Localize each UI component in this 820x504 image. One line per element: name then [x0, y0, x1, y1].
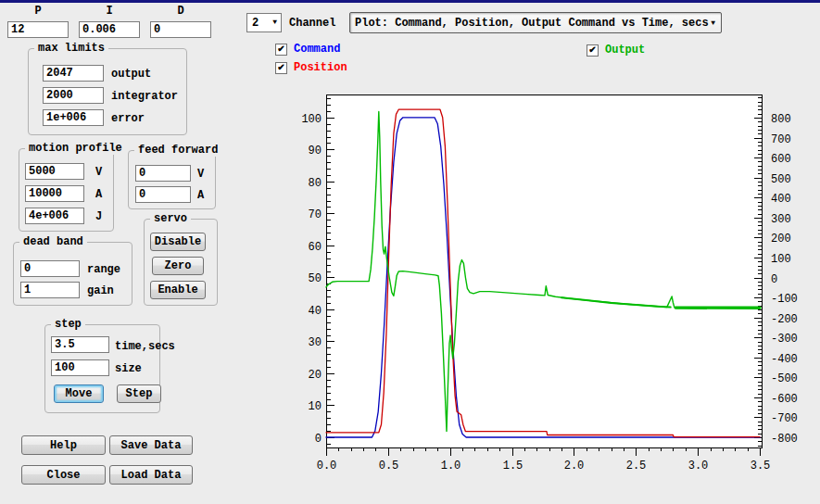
- svg-text:700: 700: [771, 133, 791, 146]
- svg-text:10: 10: [309, 400, 322, 413]
- svg-text:2.5: 2.5: [626, 460, 647, 472]
- svg-text:50: 50: [309, 272, 322, 285]
- max-integrator-input[interactable]: [43, 87, 104, 104]
- plot-type-select[interactable]: Plot: Command, Position, Output Command …: [349, 12, 722, 33]
- svg-text:40: 40: [309, 305, 322, 318]
- ff-a-input[interactable]: [135, 186, 191, 203]
- svg-text:100: 100: [301, 113, 322, 126]
- checkmark-icon: ✔: [277, 62, 284, 72]
- svg-text:800: 800: [771, 113, 791, 126]
- profile-a-label: A: [95, 188, 102, 201]
- help-button[interactable]: Help: [21, 435, 106, 455]
- svg-text:200: 200: [771, 233, 791, 246]
- load-data-button[interactable]: Load Data: [109, 465, 193, 485]
- max-limits-title: max limits: [34, 42, 108, 55]
- svg-text:-300: -300: [771, 333, 798, 346]
- channel-value: 2: [252, 17, 259, 30]
- command-checkbox[interactable]: ✔: [275, 44, 287, 56]
- d-input[interactable]: [150, 21, 211, 38]
- svg-text:600: 600: [771, 153, 791, 166]
- plot-canvas: 0102030405060708090100-800-700-600-500-4…: [301, 88, 806, 482]
- svg-text:0.0: 0.0: [317, 460, 337, 472]
- svg-text:300: 300: [771, 213, 791, 226]
- dead-band-title: dead band: [19, 235, 87, 248]
- deadband-gain-input[interactable]: [20, 282, 80, 298]
- servo-zero-button[interactable]: Zero: [152, 257, 204, 275]
- step-size-label: size: [115, 362, 142, 375]
- save-data-button[interactable]: Save Data: [109, 435, 193, 455]
- svg-text:2.0: 2.0: [564, 460, 585, 472]
- svg-text:80: 80: [309, 177, 322, 190]
- svg-text:-100: -100: [771, 293, 798, 306]
- servo-disable-button[interactable]: Disable: [150, 233, 206, 251]
- profile-j-input[interactable]: [25, 208, 84, 224]
- ff-a-label: A: [197, 189, 204, 202]
- move-button[interactable]: Move: [54, 384, 104, 403]
- max-integrator-label: integrator: [111, 90, 178, 103]
- step-title: step: [51, 318, 85, 331]
- window-top-border: [0, 0, 820, 3]
- svg-text:-500: -500: [771, 372, 798, 385]
- checkmark-icon: ✔: [588, 44, 596, 55]
- svg-text:-700: -700: [771, 412, 798, 425]
- max-output-label: output: [111, 68, 151, 81]
- svg-text:3.5: 3.5: [751, 460, 771, 472]
- plot-type-value: Plot: Command, Position, Output Command …: [355, 17, 709, 30]
- svg-text:3.0: 3.0: [688, 460, 709, 472]
- deadband-range-input[interactable]: [20, 260, 80, 277]
- svg-text:0: 0: [771, 273, 777, 286]
- svg-text:1.5: 1.5: [503, 460, 524, 472]
- svg-text:20: 20: [309, 369, 322, 382]
- max-error-input[interactable]: [43, 109, 104, 126]
- svg-text:90: 90: [309, 145, 322, 158]
- step-button[interactable]: Step: [117, 384, 161, 403]
- max-output-input[interactable]: [43, 65, 104, 82]
- dropdown-arrow-icon: ▼: [711, 19, 715, 27]
- feed-forward-title: feed forward: [134, 144, 221, 157]
- ff-v-label: V: [197, 168, 204, 181]
- legend-position-label: Position: [294, 61, 347, 74]
- checkmark-icon: ✔: [277, 44, 284, 54]
- svg-text:1.0: 1.0: [441, 460, 461, 472]
- svg-text:-600: -600: [771, 393, 798, 406]
- svg-text:400: 400: [771, 193, 791, 206]
- svg-text:-400: -400: [771, 353, 798, 366]
- motion-profile-title: motion profile: [25, 142, 126, 155]
- svg-text:30: 30: [309, 336, 322, 349]
- deadband-gain-label: gain: [87, 284, 114, 297]
- p-label: P: [7, 5, 69, 18]
- svg-text:60: 60: [309, 241, 322, 254]
- svg-text:-200: -200: [771, 313, 798, 326]
- svg-text:70: 70: [309, 208, 322, 221]
- legend-output-label: Output: [605, 44, 645, 57]
- deadband-range-label: range: [87, 263, 120, 276]
- svg-text:0: 0: [315, 433, 322, 446]
- channel-select[interactable]: 2 ▼: [246, 13, 282, 32]
- p-input[interactable]: [7, 21, 69, 38]
- legend-command-label: Command: [294, 43, 340, 56]
- i-input[interactable]: [79, 21, 140, 38]
- profile-v-input[interactable]: [25, 163, 84, 180]
- step-time-label: time,secs: [115, 340, 175, 353]
- i-label: I: [79, 5, 140, 18]
- servo-title: servo: [150, 212, 191, 225]
- close-button[interactable]: Close: [21, 465, 106, 485]
- d-label: D: [150, 5, 211, 18]
- svg-text:-800: -800: [771, 433, 798, 446]
- output-checkbox[interactable]: ✔: [587, 44, 599, 57]
- max-error-label: error: [111, 112, 145, 125]
- profile-a-input[interactable]: [25, 185, 84, 202]
- position-checkbox[interactable]: ✔: [275, 62, 287, 74]
- svg-text:500: 500: [771, 173, 791, 186]
- profile-j-label: J: [95, 210, 102, 223]
- step-time-input[interactable]: [51, 336, 109, 353]
- ff-v-input[interactable]: [135, 165, 191, 182]
- dropdown-arrow-icon: ▼: [272, 19, 277, 26]
- servo-tuning-window: P I D 2 ▼ Channel Plot: Command, Positio…: [0, 0, 820, 504]
- servo-enable-button[interactable]: Enable: [150, 281, 206, 299]
- profile-v-label: V: [95, 166, 102, 179]
- svg-text:100: 100: [771, 253, 791, 266]
- svg-text:0.5: 0.5: [379, 460, 399, 472]
- step-size-input[interactable]: [51, 359, 109, 376]
- channel-label: Channel: [289, 17, 335, 30]
